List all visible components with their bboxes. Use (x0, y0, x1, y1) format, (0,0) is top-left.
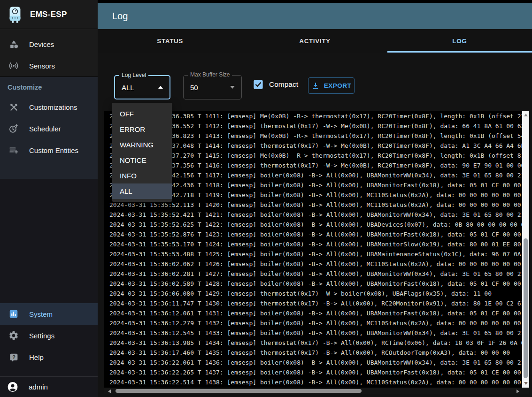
sidebar-item-label: Devices (29, 40, 54, 48)
tab-activity[interactable]: ACTIVITY (242, 29, 387, 53)
user-row[interactable]: admin (0, 376, 98, 397)
sidebar-item-label: Scheduler (29, 125, 61, 133)
help-icon: ? (8, 351, 19, 363)
sidebar-customize-nav: CustomizationsSchedulerCustom Entities (0, 96, 98, 161)
menu-option-notice[interactable]: NOTICE (112, 153, 172, 168)
tab-log[interactable]: LOG (387, 29, 532, 53)
vertical-scrollbar-thumb[interactable] (524, 238, 528, 378)
compact-checkbox[interactable]: Compact (253, 79, 298, 90)
menu-option-warning[interactable]: WARNING (112, 137, 172, 153)
log-line: 2024-03-31 15:36:13.985 T 1434: [emsesp]… (109, 338, 522, 348)
sidebar-main-nav: DevicesSensors (0, 29, 98, 76)
account-icon (7, 382, 18, 393)
log-level-value: ALL (115, 84, 158, 92)
sidebar-item-label: Custom Entities (29, 146, 78, 154)
tab-bar: STATUSACTIVITYLOG (98, 29, 532, 53)
sidebar-bottom-nav: SystemSettings?Help (0, 303, 98, 368)
log-line: 2024-03-31 15:36:02.062 T 1426: [emsesp]… (109, 259, 522, 269)
export-button[interactable]: EXPORT (308, 77, 355, 94)
app-bar: Log (98, 3, 532, 29)
max-buffer-label: Max Buffer Size (188, 71, 232, 78)
log-line: 2024-03-31 15:36:02.281 T 1427: [emsesp]… (109, 269, 522, 279)
compact-label: Compact (269, 80, 298, 89)
sidebar-item-label: Sensors (29, 62, 55, 70)
menu-option-off[interactable]: OFF (112, 106, 172, 122)
vertical-scrollbar[interactable] (522, 111, 529, 388)
sidebar-item-label: System (29, 310, 53, 318)
log-controls: Log Level ALL Max Buffer Size 50 Compact (98, 53, 532, 111)
app-title: EMS-ESP (30, 10, 67, 19)
sidebar-item-system[interactable]: System (0, 303, 98, 325)
sidebar: EMS-ESP DevicesSensors Customize Customi… (0, 0, 98, 397)
menu-option-info[interactable]: INFO (112, 168, 172, 183)
log-line: 2024-03-31 15:35:53.170 T 1424: [emsesp]… (109, 239, 522, 249)
log-line: 2024-03-31 15:36:12.545 T 1433: [emsesp]… (109, 328, 522, 338)
sidebar-item-scheduler[interactable]: Scheduler (0, 118, 98, 139)
log-level-select[interactable]: Log Level ALL (114, 75, 170, 99)
sidebar-item-label: Customizations (29, 103, 77, 111)
log-line: 2024-03-31 15:36:06.080 T 1429: [emsesp]… (109, 289, 522, 298)
log-line: 2024-03-31 15:36:17.460 T 1435: [emsesp]… (109, 348, 522, 358)
sidebar-item-devices[interactable]: Devices (0, 33, 98, 55)
chevron-up-icon (158, 86, 163, 89)
tab-status[interactable]: STATUS (98, 29, 242, 53)
sidebar-item-settings[interactable]: Settings (0, 325, 98, 346)
scroll-up-arrow-icon[interactable] (524, 114, 528, 116)
boiler-logo-icon (8, 5, 23, 24)
scroll-down-arrow-icon[interactable] (524, 382, 528, 385)
customizations-icon (8, 101, 19, 113)
sidebar-item-label: Settings (29, 332, 54, 340)
app-logo-row: EMS-ESP (0, 0, 98, 29)
page-title: Log (112, 11, 128, 22)
settings-icon (8, 330, 19, 341)
log-line: 2024-03-31 15:36:12.279 T 1432: [emsesp]… (109, 318, 522, 328)
scheduler-icon (8, 123, 19, 134)
log-line: 2024-03-31 15:35:52.876 T 1423: [emsesp]… (109, 229, 522, 239)
system-icon (8, 308, 19, 320)
sidebar-item-custom-entities[interactable]: Custom Entities (0, 139, 98, 161)
download-icon (311, 82, 320, 90)
horizontal-scrollbar-thumb[interactable] (116, 389, 362, 393)
log-line: 2024-03-31 15:36:22.514 T 1438: [emsesp]… (109, 377, 522, 387)
log-line: 2024-03-31 15:36:11.747 T 1430: [emsesp]… (109, 298, 522, 308)
sensors-icon (8, 60, 19, 71)
scroll-right-arrow-icon[interactable] (517, 389, 519, 393)
ems-esp-app: EMS-ESP DevicesSensors Customize Customi… (0, 0, 532, 397)
sidebar-item-help[interactable]: ?Help (0, 346, 98, 368)
user-name: admin (29, 383, 48, 391)
log-line: 2024-03-31 15:36:22.265 T 1437: [emsesp]… (109, 367, 522, 377)
log-line: 2024-03-31 15:36:02.589 T 1428: [emsesp]… (109, 279, 522, 289)
sidebar-section-label: Customize (0, 76, 98, 96)
log-line: 2024-03-31 15:35:52.625 T 1422: [emsesp]… (109, 220, 522, 229)
custom-entities-icon (8, 145, 19, 156)
main-area: Log STATUSACTIVITYLOG Log Level ALL Max … (98, 0, 532, 397)
max-buffer-value: 50 (184, 84, 230, 92)
max-buffer-select[interactable]: Max Buffer Size 50 (183, 75, 242, 99)
log-line: 2024-03-31 15:36:12.061 T 1431: [emsesp]… (109, 308, 522, 318)
menu-option-error[interactable]: ERROR (112, 122, 172, 137)
export-button-label: EXPORT (324, 82, 352, 89)
log-level-menu: OFFERRORWARNINGNOTICEINFOALL (112, 103, 172, 202)
sidebar-item-label: Help (29, 353, 44, 361)
chevron-down-icon (230, 86, 235, 89)
devices-icon (8, 38, 19, 50)
log-level-label: Log Level (119, 72, 148, 78)
log-line: 2024-03-31 15:35:52.421 T 1421: [emsesp]… (109, 210, 522, 220)
log-line: 2024-03-31 15:35:53.488 T 1425: [emsesp]… (109, 249, 522, 259)
scroll-left-arrow-icon[interactable] (108, 389, 111, 393)
horizontal-scrollbar[interactable] (104, 388, 529, 394)
menu-option-all[interactable]: ALL (112, 183, 172, 199)
sidebar-item-customizations[interactable]: Customizations (0, 96, 98, 118)
svg-text:?: ? (12, 354, 15, 360)
sidebar-item-sensors[interactable]: Sensors (0, 55, 98, 76)
log-line: 2024-03-31 15:36:22.061 T 1436: [emsesp]… (109, 358, 522, 367)
checkbox-checked-icon (253, 79, 263, 90)
